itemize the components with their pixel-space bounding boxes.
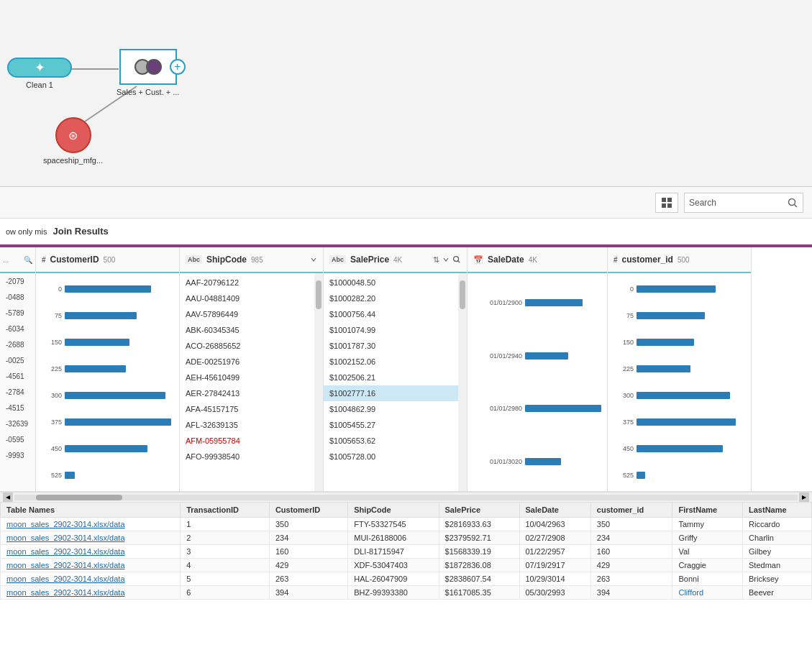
cell-table-names[interactable]: moon_sales_2902-3014.xlsx/data (1, 545, 181, 559)
col-count-customerid: 500 (104, 256, 116, 264)
bar-fill (65, 472, 75, 479)
join-circle-right (146, 59, 162, 75)
list-item: -9993 (0, 447, 35, 463)
search-icon2[interactable] (452, 255, 461, 264)
search-input[interactable] (685, 198, 783, 208)
node-clean1-label: Clean 1 (26, 81, 53, 89)
list-item: AFL-32639135 (180, 417, 314, 433)
list-item: $1005653.62 (324, 433, 458, 449)
bar-row: 525 (42, 469, 173, 482)
list-item: -2079 (0, 273, 35, 289)
col-header-saledate: SaleDate (519, 503, 590, 518)
svg-line-9 (458, 261, 460, 263)
bar-fill (525, 405, 601, 412)
bar-fill (525, 352, 568, 360)
shipcode-list-wrapper: AAF-20796122 AAU-04881409 AAV-57896449 A… (180, 273, 323, 491)
cell-txid: 1 (181, 518, 270, 531)
search-box[interactable] (684, 193, 803, 213)
cell-table-names[interactable]: moon_sales_2902-3014.xlsx/data (1, 572, 181, 586)
filter-icon[interactable]: ⇅ (433, 255, 439, 265)
bar-fill (637, 445, 723, 452)
list-item: -4515 (0, 400, 35, 416)
data-table-wrapper: Table Names TransactionID CustomerID Shi… (0, 502, 812, 650)
cell-table-names[interactable]: moon_sales_2902-3014.xlsx/data (1, 559, 181, 572)
cell-lastname: Gilbey (743, 545, 812, 559)
node-join[interactable]: + Sales + Cust. + ... (117, 49, 179, 96)
cell-custid: 234 (269, 531, 347, 545)
node-clean1[interactable]: ✦ Clean 1 (7, 58, 72, 89)
first-col: ... 🔍 -2079 -0488 -5789 -6034 -2688 -002… (0, 247, 36, 491)
cell-table-names[interactable]: moon_sales_2902-3014.xlsx/data (1, 586, 181, 600)
col-name-saledate: SaleDate (488, 255, 524, 265)
cell-custid: 429 (269, 559, 347, 572)
scroll-thumb (36, 495, 122, 500)
bar-row: 300 (42, 389, 173, 402)
svg-rect-3 (667, 198, 672, 202)
bar-fill (525, 299, 583, 306)
cell-shipcode: FTY-53327545 (348, 518, 439, 531)
scroll-track (14, 495, 798, 500)
bar-row: 450 (42, 442, 173, 455)
list-item: AFA-45157175 (180, 401, 314, 417)
list-item: -2688 (0, 337, 35, 352)
data-panel: ow only mis Join Results ... 🔍 -2079 -04… (0, 219, 812, 650)
cell-saledate: 10/29/3014 (519, 572, 590, 586)
saleprice-scrollbar[interactable] (458, 273, 467, 491)
col-type-abc: Abc (186, 255, 202, 264)
bar-fill (637, 472, 645, 479)
grid-view-button[interactable] (655, 193, 678, 213)
node-db[interactable]: ⊛ spaceship_mfg... (43, 117, 103, 165)
bar-fill (637, 312, 705, 319)
bar-fill (637, 392, 730, 399)
cell-txid: 4 (181, 559, 270, 572)
scroll-right-button[interactable]: ▶ (799, 493, 809, 503)
scroll-left-button[interactable]: ◀ (3, 493, 13, 503)
cell-firstname: Griffy (672, 531, 743, 545)
cell-saledate: 05/30/2993 (519, 586, 590, 600)
cell-saleprice: $2816933.63 (439, 518, 519, 531)
list-item: AAU-04881409 (180, 290, 314, 306)
add-button[interactable]: + (170, 59, 186, 75)
col-name-customer-id: customer_id (622, 255, 673, 265)
cell-firstname: Val (672, 545, 743, 559)
bar-fill (637, 285, 716, 293)
list-item: AAV-57896449 (180, 306, 314, 322)
bar-row: 225 (42, 362, 173, 375)
node-db-box[interactable]: ⊛ (55, 117, 91, 153)
scrollbar-thumb (316, 280, 321, 309)
list-item: -0595 (0, 431, 35, 447)
col-viz-saledate: 📅 SaleDate 4K 01/01/2900 01/01/2940 01/0… (467, 247, 608, 491)
cell-customer-id highlight: 394 (590, 586, 672, 600)
list-item: AAF-20796122 (180, 275, 314, 290)
cell-custid: 350 (269, 518, 347, 531)
show-only-label: ow only mis (6, 227, 47, 236)
bar-fill (65, 418, 171, 426)
join-inner (134, 59, 162, 75)
table-header-row: Table Names TransactionID CustomerID Shi… (1, 503, 812, 518)
bar-fill (637, 339, 694, 346)
bar-row: 225 (613, 362, 745, 375)
col-header-saleprice: Abc SalePrice 4K ⇅ (324, 247, 467, 273)
first-col-type: ... (3, 256, 9, 264)
list-item: ABK-60345345 (180, 322, 314, 338)
bar-row: 375 (42, 416, 173, 429)
cell-shipcode: MUI-26188006 (348, 531, 439, 545)
horizontal-scrollbar[interactable]: ◀ ▶ (0, 492, 812, 502)
chevron-down-icon2 (442, 256, 450, 263)
search-button[interactable] (783, 193, 803, 212)
cell-table-names[interactable]: moon_sales_2902-3014.xlsx/data (1, 518, 181, 531)
node-join-box[interactable]: + (119, 49, 177, 85)
cell-table-names[interactable]: moon_sales_2902-3014.xlsx/data (1, 531, 181, 545)
toolbar (0, 187, 812, 219)
bar-fill (65, 339, 129, 346)
col-name-shipcode: ShipCode (206, 255, 247, 265)
node-clean1-box[interactable]: ✦ (7, 58, 72, 78)
bar-row: 01/01/2900 (473, 296, 601, 309)
bar-row: 75 (613, 309, 745, 322)
cell-shipcode: DLI-81715947 (348, 545, 439, 559)
bar-fill (65, 312, 137, 319)
shipcode-scrollbar[interactable] (314, 273, 323, 491)
cell-firstname: Craggie (672, 559, 743, 572)
bar-row: 75 (42, 309, 173, 322)
cell-lastname: Charlin (743, 531, 812, 545)
